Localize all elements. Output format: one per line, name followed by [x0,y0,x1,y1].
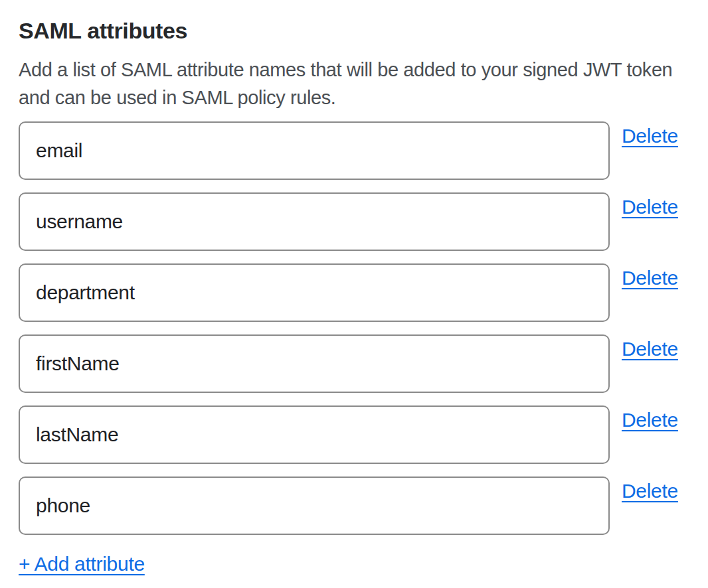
attribute-input[interactable] [19,477,610,535]
attribute-row: Delete [19,405,681,464]
delete-attribute-link[interactable]: Delete [622,337,678,361]
delete-attribute-link[interactable]: Delete [622,124,678,148]
attribute-input[interactable] [19,121,610,180]
delete-attribute-link[interactable]: Delete [622,266,678,290]
section-description: Add a list of SAML attribute names that … [19,56,681,111]
delete-attribute-link[interactable]: Delete [622,195,678,219]
section-title: SAML attributes [19,16,681,45]
attribute-row: Delete [19,334,681,393]
attribute-row: Delete [19,477,681,535]
delete-attribute-link[interactable]: Delete [622,479,678,503]
attribute-input[interactable] [19,263,610,322]
attribute-input[interactable] [19,334,610,393]
delete-attribute-link[interactable]: Delete [622,408,678,432]
attribute-list: Delete Delete Delete Delete Delete Delet… [19,121,681,535]
add-attribute-link[interactable]: + Add attribute [19,551,145,577]
attribute-input[interactable] [19,405,610,464]
attribute-row: Delete [19,263,681,322]
attribute-row: Delete [19,192,681,251]
attribute-input[interactable] [19,192,610,251]
saml-attributes-section: SAML attributes Add a list of SAML attri… [0,0,708,588]
attribute-row: Delete [19,121,681,180]
